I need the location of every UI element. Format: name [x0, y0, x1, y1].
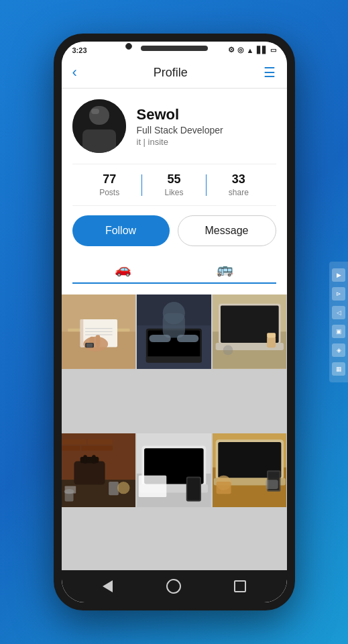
avatar [72, 99, 126, 153]
svg-rect-39 [81, 445, 112, 450]
photo-grid [62, 294, 287, 570]
back-button[interactable]: ‹ [72, 64, 77, 81]
menu-button[interactable]: ☰ [264, 64, 276, 80]
photo-5[interactable] [137, 433, 211, 508]
phone-speaker [141, 46, 208, 51]
likes-count: 55 [167, 172, 180, 186]
svg-rect-1 [89, 106, 109, 125]
bus-icon: 🚌 [217, 261, 233, 277]
svg-rect-21 [146, 356, 202, 362]
stats-row: 77 Posts 55 Likes 33 share [72, 164, 276, 206]
profile-title: Full Stack Developer [137, 125, 223, 136]
stat-shares: 33 share [207, 172, 270, 197]
avatar-svg [72, 99, 126, 153]
svg-rect-3 [91, 109, 99, 114]
svg-rect-13 [86, 343, 92, 347]
follow-button[interactable]: Follow [72, 215, 170, 246]
stat-likes: 55 Likes [142, 172, 206, 197]
avatar-image [72, 99, 126, 153]
photo-2-content [137, 294, 211, 369]
status-time-area: 3:23 [72, 46, 87, 54]
likes-label: Likes [164, 188, 183, 197]
svg-rect-31 [267, 337, 276, 348]
shares-count: 33 [232, 172, 245, 186]
home-button-nav[interactable] [164, 577, 183, 596]
back-button-nav[interactable] [99, 577, 117, 596]
svg-rect-8 [80, 319, 83, 347]
svg-rect-2 [82, 129, 116, 153]
battery-icon: ▭ [270, 46, 276, 54]
side-icon-6: ▦ [332, 362, 345, 376]
photo-3[interactable] [213, 294, 287, 369]
location-icon: ◎ [237, 46, 244, 54]
photo-1[interactable] [62, 294, 136, 369]
tab-car[interactable]: 🚗 [72, 256, 174, 282]
photo-4[interactable] [62, 433, 136, 508]
posts-count: 77 [103, 172, 116, 186]
photo-5-content [137, 433, 211, 508]
svg-rect-36 [62, 439, 86, 444]
car-icon: 🚗 [115, 261, 131, 277]
back-icon [103, 580, 113, 592]
signal-icon: ▋▋ [257, 46, 268, 54]
recent-icon [234, 580, 246, 592]
svg-rect-67 [266, 480, 278, 489]
profile-subtitle: it | insite [137, 137, 223, 147]
posts-label: Posts [99, 188, 119, 197]
action-buttons: Follow Message [72, 215, 276, 246]
recent-button-nav[interactable] [231, 577, 249, 596]
stat-posts: 77 Posts [78, 172, 141, 197]
home-icon [166, 579, 181, 594]
settings-icon: ⚙ [228, 46, 235, 54]
bottom-navigation [62, 570, 287, 602]
side-icon-2: ⊳ [332, 287, 345, 301]
svg-rect-43 [83, 455, 87, 464]
svg-point-46 [117, 481, 129, 493]
svg-rect-23 [163, 313, 185, 338]
side-icon-5: ◈ [332, 343, 345, 357]
svg-rect-57 [139, 475, 167, 496]
photo-2[interactable] [137, 294, 211, 369]
profile-info: Sewol Full Stack Developer it | insite [137, 106, 223, 147]
status-icons-area: ⚙ ◎ ▲ ▋▋ ▭ [228, 46, 276, 54]
profile-section: Sewol Full Stack Developer it | insite 7… [62, 89, 287, 294]
svg-rect-56 [188, 478, 200, 500]
svg-rect-37 [87, 439, 112, 444]
side-icon-3: ◁ [332, 306, 345, 319]
tab-bar: 🚗 🚌 [72, 256, 276, 284]
svg-point-49 [64, 488, 74, 493]
phone-screen: 3:23 ⚙ ◎ ▲ ▋▋ ▭ ‹ Profile ☰ [62, 42, 287, 602]
profile-name: Sewol [137, 106, 223, 123]
photo-6[interactable] [213, 433, 287, 508]
svg-rect-42 [80, 457, 99, 463]
svg-rect-11 [95, 335, 99, 347]
svg-rect-25 [177, 335, 198, 342]
svg-rect-32 [267, 333, 276, 337]
photo-1-content [62, 294, 136, 369]
tab-bus[interactable]: 🚌 [174, 256, 276, 282]
phone-camera [125, 43, 132, 50]
profile-top: Sewol Full Stack Developer it | insite [72, 99, 276, 153]
page-title: Profile [154, 66, 188, 80]
top-navigation: ‹ Profile ☰ [62, 57, 287, 89]
side-panel: ▶ ⊳ ◁ ▣ ◈ ▦ [329, 262, 348, 382]
svg-rect-24 [150, 335, 171, 342]
svg-rect-66 [216, 481, 231, 493]
status-time: 3:23 [72, 46, 87, 54]
svg-rect-44 [92, 455, 96, 464]
svg-rect-38 [62, 445, 80, 450]
svg-point-33 [223, 345, 233, 356]
phone-frame: 3:23 ⚙ ◎ ▲ ▋▋ ▭ ‹ Profile ☰ [54, 34, 295, 610]
svg-rect-45 [109, 481, 119, 494]
wifi-icon: ▲ [247, 46, 254, 54]
shares-label: share [229, 188, 249, 197]
photo-6-content [213, 433, 287, 508]
svg-rect-41 [74, 461, 105, 484]
photo-3-content [213, 294, 287, 369]
message-button[interactable]: Message [178, 215, 276, 246]
side-icon-4: ▣ [332, 325, 345, 338]
photo-4-content [62, 433, 136, 508]
side-icon-1: ▶ [332, 268, 345, 282]
